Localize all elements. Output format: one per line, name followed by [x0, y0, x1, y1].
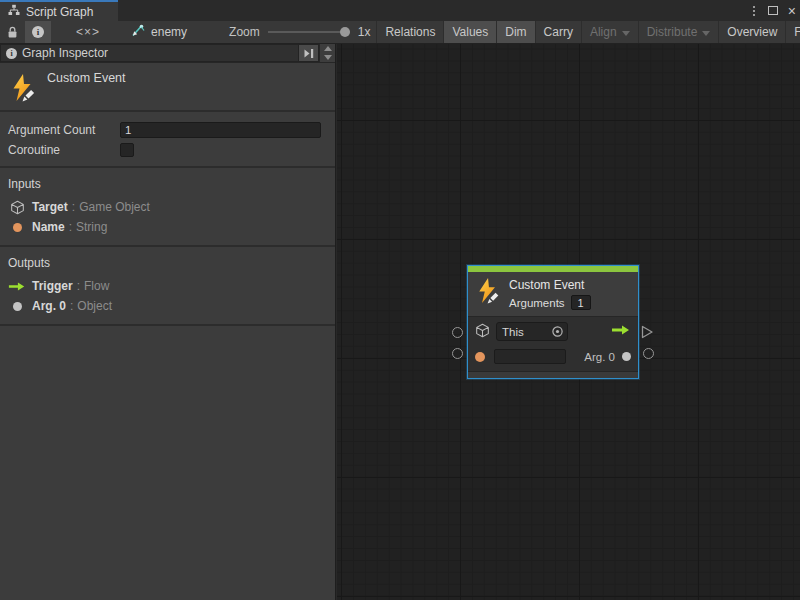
- zoom-slider-handle[interactable]: [340, 27, 350, 37]
- spin-down-icon: [324, 55, 332, 60]
- zoom-slider[interactable]: [268, 25, 350, 39]
- flow-arrow-icon: [8, 281, 26, 292]
- node-row-target: This: [475, 322, 631, 341]
- script-graph-icon: [8, 4, 20, 19]
- window-controls: ×: [750, 0, 796, 21]
- game-object-cube-icon: [8, 200, 26, 215]
- node-footer: [468, 371, 638, 378]
- argument-count-input[interactable]: 1: [120, 122, 321, 138]
- node-output-port-arg0[interactable]: [643, 348, 654, 359]
- node-arguments-input[interactable]: 1: [571, 295, 591, 310]
- zoom-control: Zoom 1x: [223, 21, 376, 43]
- graph-pointer-icon: [131, 24, 146, 40]
- node-arg0-label: Arg. 0: [584, 351, 615, 363]
- inspector-toggle-button[interactable]: i: [25, 21, 51, 43]
- graph-canvas[interactable]: Custom Event Arguments 1 This: [337, 44, 800, 600]
- breadcrumb-label: enemy: [151, 25, 187, 39]
- overview-button[interactable]: Overview: [718, 21, 785, 43]
- unit-inspector-header: Custom Event: [0, 63, 335, 112]
- zoom-value: 1x: [358, 25, 371, 39]
- chevron-down-icon: [622, 31, 630, 36]
- graph-inspector-panel: i Graph Inspector: [0, 44, 336, 600]
- game-object-cube-icon: [475, 323, 490, 341]
- unit-title: Custom Event: [47, 71, 126, 85]
- node-header: Custom Event Arguments 1: [468, 272, 638, 316]
- argument-count-row: Argument Count 1: [0, 120, 335, 140]
- custom-event-node[interactable]: Custom Event Arguments 1 This: [468, 266, 638, 378]
- close-icon[interactable]: ×: [788, 6, 796, 16]
- spin-down-button[interactable]: [320, 53, 335, 62]
- port-row-target: Target:Game Object: [0, 197, 335, 217]
- zoom-slider-track: [268, 31, 350, 33]
- graph-inspector-header: i Graph Inspector: [0, 44, 335, 63]
- port-row-trigger: Trigger:Flow: [0, 276, 335, 296]
- flow-arrow-icon: [611, 324, 631, 339]
- zoom-label: Zoom: [229, 25, 260, 39]
- coroutine-label: Coroutine: [0, 143, 120, 157]
- outputs-section: Outputs Trigger:Flow Arg. 0:Object: [0, 247, 335, 326]
- port-row-arg0: Arg. 0:Object: [0, 296, 335, 316]
- graph-inspector-title: i Graph Inspector: [0, 44, 299, 62]
- custom-event-icon: [476, 277, 501, 310]
- graph-toolbar: i <×> enemy Zoom 1x: [0, 21, 800, 44]
- carry-button[interactable]: Carry: [535, 21, 581, 43]
- inspector-pager: [319, 44, 335, 62]
- event-name-input[interactable]: [494, 349, 566, 364]
- string-orange-dot-icon: [475, 352, 485, 362]
- dim-button[interactable]: Dim: [496, 21, 534, 43]
- unit-fields: Argument Count 1 Coroutine: [0, 112, 335, 168]
- distribute-button[interactable]: Distribute: [638, 21, 719, 43]
- script-graph-window: Script Graph × i <×>: [0, 0, 800, 600]
- titlebar: Script Graph ×: [0, 0, 800, 21]
- code-view-button[interactable]: <×>: [69, 21, 107, 43]
- dock-panel-button[interactable]: [299, 44, 319, 62]
- window-menu-icon[interactable]: [750, 4, 758, 18]
- spin-up-button[interactable]: [320, 44, 335, 53]
- coroutine-row: Coroutine: [0, 140, 335, 160]
- custom-event-icon: [10, 73, 37, 106]
- target-selector-icon[interactable]: [551, 325, 567, 338]
- port-row-name: Name:String: [0, 217, 335, 237]
- node-output-port-trigger[interactable]: [641, 325, 654, 342]
- lock-icon[interactable]: [0, 21, 25, 43]
- node-body: This: [468, 316, 638, 371]
- inputs-section: Inputs Target:Game Object Name:String: [0, 168, 335, 247]
- node-arguments-label: Arguments: [509, 297, 565, 309]
- full-screen-button[interactable]: Full Screen: [785, 21, 800, 43]
- align-button[interactable]: Align: [581, 21, 638, 43]
- values-button[interactable]: Values: [443, 21, 496, 43]
- breadcrumb-graph[interactable]: enemy: [121, 21, 197, 43]
- node-row-arg0: Arg. 0: [475, 347, 631, 366]
- object-grey-dot-icon: [622, 352, 631, 361]
- info-icon: i: [6, 48, 17, 59]
- spin-up-icon: [324, 46, 332, 51]
- outputs-heading: Outputs: [0, 251, 335, 276]
- object-grey-dot-icon: [13, 302, 22, 311]
- string-orange-dot-icon: [13, 223, 22, 232]
- argument-count-label: Argument Count: [0, 123, 120, 137]
- dock-icon: [303, 48, 315, 59]
- target-dropdown[interactable]: This: [496, 322, 568, 341]
- chevron-down-icon: [702, 31, 710, 36]
- node-input-port-target[interactable]: [452, 327, 463, 338]
- code-icon: <×>: [76, 25, 100, 39]
- relations-button[interactable]: Relations: [376, 21, 443, 43]
- inputs-heading: Inputs: [0, 172, 335, 197]
- coroutine-checkbox[interactable]: [120, 143, 134, 157]
- maximize-icon[interactable]: [768, 6, 778, 15]
- toolbar-buttons: Relations Values Dim Carry Align Distrib…: [376, 21, 800, 43]
- node-title: Custom Event: [509, 278, 591, 292]
- info-icon: i: [32, 26, 44, 38]
- tab-script-graph[interactable]: Script Graph: [0, 0, 118, 21]
- tab-label: Script Graph: [26, 5, 93, 19]
- node-input-port-name[interactable]: [452, 348, 463, 359]
